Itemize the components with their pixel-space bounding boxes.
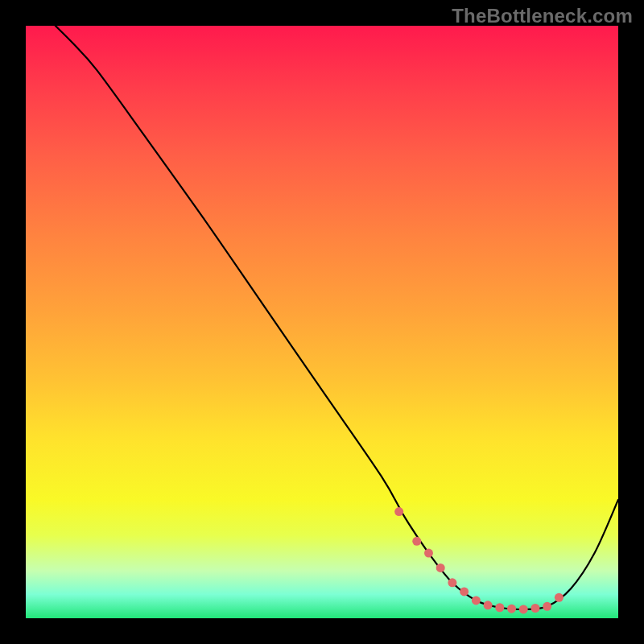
highlight-dot: [530, 604, 539, 613]
curve-line: [56, 26, 618, 609]
highlight-dot: [448, 578, 456, 587]
watermark-text: TheBottleneck.com: [452, 5, 633, 27]
highlight-dots-group: [394, 507, 564, 613]
highlight-dot: [412, 537, 421, 546]
highlight-dot: [484, 601, 493, 609]
highlight-dot: [436, 564, 445, 572]
highlight-dot: [519, 605, 528, 613]
highlight-dot: [543, 602, 551, 611]
highlight-dot: [460, 587, 469, 596]
highlight-dot: [507, 605, 516, 613]
highlight-dot: [424, 549, 433, 558]
highlight-dot: [394, 507, 403, 516]
chart-plot-svg: [26, 26, 618, 618]
highlight-dot: [495, 603, 504, 612]
chart-frame: [26, 26, 618, 618]
highlight-dot: [555, 593, 564, 602]
highlight-dot: [472, 596, 481, 605]
